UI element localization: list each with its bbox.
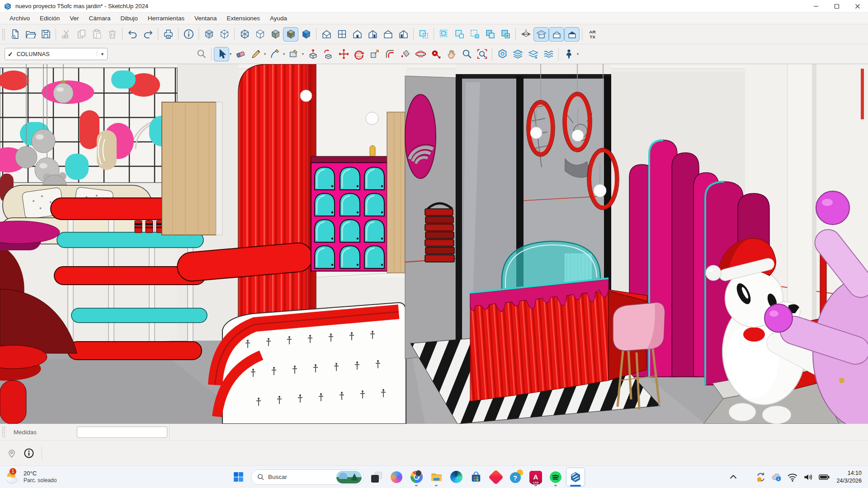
undo-icon[interactable] <box>125 27 140 42</box>
squares-2-icon[interactable] <box>436 27 452 42</box>
chrome-button[interactable] <box>406 467 426 487</box>
style-hidden-line-icon[interactable] <box>252 27 268 42</box>
paste-icon[interactable] <box>89 27 104 42</box>
arc-tool-icon[interactable] <box>267 47 283 61</box>
person-scale-tool-icon[interactable] <box>561 47 576 61</box>
delete-icon[interactable] <box>104 27 120 42</box>
tag-selector[interactable]: ✓ COLUMNAS ▼ <box>5 48 108 60</box>
style-shaded-icon[interactable] <box>268 27 283 42</box>
display-section-fill-icon[interactable] <box>564 27 580 42</box>
style-monochrome-icon[interactable] <box>298 27 314 42</box>
menu-extensiones[interactable]: Extensiones <box>222 14 265 23</box>
extension-hexagon-icon[interactable] <box>495 47 510 61</box>
wifi-icon[interactable] <box>787 471 798 483</box>
style-shaded-textures-icon[interactable] <box>283 27 298 42</box>
menu-archivo[interactable]: Archivo <box>5 14 35 23</box>
file-explorer-button[interactable] <box>426 467 446 487</box>
squares-3-icon[interactable] <box>452 27 467 42</box>
volume-icon[interactable] <box>802 471 814 483</box>
task-view-button[interactable] <box>367 467 387 487</box>
taskbar-weather-widget[interactable]: 1 20°C Parc. soleado <box>5 469 57 485</box>
spotify-button[interactable] <box>546 467 566 487</box>
taskbar-search[interactable]: Buscar <box>251 469 364 485</box>
autocad-button[interactable]: ACAD <box>526 467 546 487</box>
menu-edicion[interactable]: Edición <box>35 14 65 23</box>
menu-camara[interactable]: Cámara <box>84 14 116 23</box>
view-left-icon[interactable] <box>396 27 411 42</box>
tray-clock[interactable]: 14:10 24/3/2026 <box>836 469 862 484</box>
section-plane-icon[interactable]: OA-B <box>518 27 533 42</box>
line-tool-icon[interactable] <box>248 47 264 61</box>
artx-icon[interactable]: ARTX <box>585 27 600 42</box>
gem-app-button[interactable] <box>486 467 506 487</box>
microsoft-store-button[interactable] <box>466 467 486 487</box>
onedrive-cloud-icon[interactable] <box>771 471 783 483</box>
tag-checkbox[interactable]: ✓ <box>8 51 13 58</box>
menu-herramientas[interactable]: Herramientas <box>143 14 189 23</box>
zoom-tool-icon[interactable] <box>459 47 474 61</box>
maximize-button[interactable] <box>826 0 847 13</box>
display-section-planes-icon[interactable] <box>533 27 549 42</box>
extension-stack-icon[interactable] <box>525 47 541 61</box>
squares-4-icon[interactable] <box>467 27 482 42</box>
new-document-icon[interactable] <box>7 27 23 42</box>
eraser-tool-icon[interactable] <box>233 47 248 61</box>
copilot-button[interactable] <box>387 467 406 487</box>
style-wireframe-icon[interactable] <box>237 27 252 42</box>
offset-tool-icon[interactable] <box>382 47 397 61</box>
tray-chevron-up-icon[interactable] <box>727 471 739 483</box>
minimize-button[interactable] <box>806 0 826 13</box>
view-front-icon[interactable] <box>349 27 365 42</box>
tape-measure-tool-icon[interactable] <box>428 47 443 61</box>
follow-me-tool-icon[interactable] <box>321 47 336 61</box>
close-button[interactable] <box>847 0 868 13</box>
sketchup-button[interactable] <box>566 467 585 487</box>
squares-1-icon[interactable] <box>416 27 431 42</box>
squares-6-icon[interactable] <box>498 27 513 42</box>
print-icon[interactable] <box>160 27 176 42</box>
redo-icon[interactable] <box>140 27 156 42</box>
geolocation-icon[interactable] <box>6 448 17 459</box>
rotate-tool-icon[interactable] <box>351 47 367 61</box>
copy-icon[interactable] <box>74 27 89 42</box>
squares-5-icon[interactable] <box>482 27 498 42</box>
paint-bucket-tool-icon[interactable] <box>397 47 413 61</box>
chevron-down-icon[interactable]: ▼ <box>97 52 104 56</box>
move-tool-icon[interactable] <box>336 47 351 61</box>
rectangle-tool-icon[interactable] <box>286 47 302 61</box>
scale-tool-icon[interactable] <box>367 47 382 61</box>
start-button[interactable] <box>228 467 248 487</box>
extension-waves-icon[interactable] <box>541 47 556 61</box>
toolbar-separator <box>56 28 56 41</box>
orbit-tool-icon[interactable] <box>413 47 428 61</box>
view-back-icon[interactable] <box>380 27 396 42</box>
menu-dibujo[interactable]: Dibujo <box>116 14 143 23</box>
credits-info-icon[interactable] <box>24 448 34 459</box>
search-highlight-image[interactable] <box>336 471 362 483</box>
menu-ayuda[interactable]: Ayuda <box>265 14 292 23</box>
open-folder-icon[interactable] <box>23 27 38 42</box>
save-icon[interactable] <box>38 27 53 42</box>
display-section-cuts-icon[interactable] <box>549 27 564 42</box>
view-top-icon[interactable] <box>334 27 349 42</box>
edge-button[interactable] <box>446 467 466 487</box>
extension-layers-icon[interactable] <box>510 47 525 61</box>
push-pull-tool-icon[interactable] <box>305 47 321 61</box>
menu-ver[interactable]: Ver <box>65 14 84 23</box>
cut-icon[interactable] <box>58 27 74 42</box>
battery-icon[interactable] <box>818 471 830 483</box>
measurements-input[interactable] <box>77 427 167 438</box>
sync-icon[interactable] <box>755 471 767 483</box>
pan-tool-icon[interactable] <box>443 47 459 61</box>
zoom-extents-tool-icon[interactable] <box>474 47 490 61</box>
help-app-button[interactable]: ? <box>506 467 526 487</box>
view-iso-icon[interactable] <box>319 27 334 42</box>
search-tool-icon[interactable] <box>193 47 209 61</box>
style-xray-icon[interactable] <box>201 27 217 42</box>
viewport-canvas[interactable] <box>0 64 868 424</box>
model-info-icon[interactable] <box>181 27 196 42</box>
view-right-icon[interactable] <box>365 27 380 42</box>
style-back-edges-icon[interactable] <box>217 27 232 42</box>
select-tool-icon[interactable] <box>214 47 229 61</box>
menu-ventana[interactable]: Ventana <box>189 14 222 23</box>
